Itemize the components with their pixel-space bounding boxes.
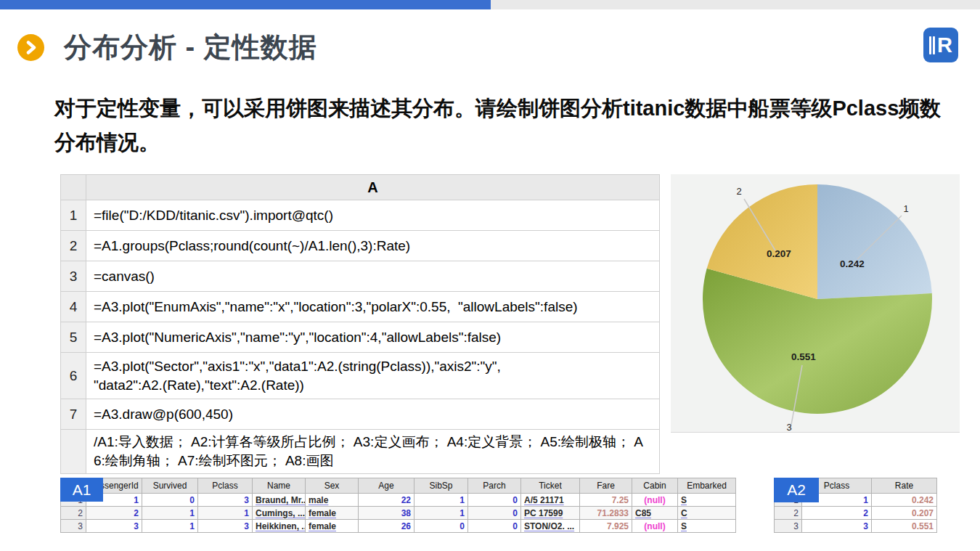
a1-cell: 0: [415, 520, 468, 533]
code-grid-header-row: A: [61, 175, 660, 200]
a1-cell: 22: [359, 494, 415, 507]
pie-chart-panel: 1 2 3 0.242 0.207 0.551: [671, 174, 960, 433]
intro-text: 对于定性变量，可以采用饼图来描述其分布。请绘制饼图分析titanic数据中船票等…: [54, 91, 942, 160]
comment-cell: /A1:导入数据； A2:计算各等级所占比例； A3:定义画布； A4:定义背景…: [86, 430, 660, 474]
row-number: 7: [61, 399, 86, 430]
cell-badge-a1: A1: [60, 478, 103, 502]
row-number: [61, 430, 86, 474]
logo-bar: [933, 36, 935, 54]
code-cell: =A3.plot("NumericAxis","name":"y","locat…: [86, 322, 660, 353]
a1-cell: Cumings, ...: [253, 507, 306, 520]
column-header-a: A: [86, 175, 660, 200]
code-row: 1 =file("D:/KDD/titanic.csv").import@qtc…: [61, 200, 660, 231]
code-row: 6 =A3.plot("Sector","axis1":"x","data1":…: [61, 353, 660, 399]
a1-cell: 38: [359, 507, 415, 520]
code-cell: =canvas(): [86, 261, 660, 292]
a1-cell: 1: [142, 520, 198, 533]
a1-cell: 0: [468, 494, 521, 507]
a1-col-header: Ticket: [521, 478, 580, 494]
a1-col-header: Fare: [580, 478, 632, 494]
table-row: 3 3 0.551: [775, 520, 937, 533]
pie-callout-label: 2: [736, 186, 741, 197]
a1-cell: 1: [142, 507, 198, 520]
code-row: 3 =canvas(): [61, 261, 660, 292]
a2-cell: 0.207: [872, 507, 937, 520]
table-row: 2 2 0.207: [775, 507, 937, 520]
a1-cell: female: [306, 520, 359, 533]
a1-cell: 1: [415, 494, 468, 507]
cell-badge-a2: A2: [774, 478, 819, 502]
topbar-secondary: [491, 0, 980, 9]
row-number: 6: [61, 353, 86, 399]
code-comment-row: /A1:导入数据； A2:计算各等级所占比例； A3:定义画布； A4:定义背景…: [61, 430, 660, 474]
row-number: 4: [61, 292, 86, 322]
a1-cell: female: [306, 507, 359, 520]
spl-code-grid: A 1 =file("D:/KDD/titanic.csv").import@q…: [60, 174, 660, 474]
chevron-right-icon: [25, 41, 36, 54]
a1-header-row: PassengerId Survived Pclass Name Sex Age…: [61, 478, 736, 494]
a1-col-header: Pclass: [198, 478, 253, 494]
a1-col-header: Cabin: [632, 478, 678, 494]
a1-col-header: SibSp: [415, 478, 468, 494]
a1-cell: S: [678, 520, 736, 533]
topbar-accent: [0, 0, 491, 9]
code-cell: =A3.plot("Sector","axis1":"x","data1":A2…: [86, 353, 660, 399]
table-row: 1 1 0 3 Braund, Mr.... male 22 1 0 A/5 2…: [61, 494, 736, 507]
row-number: 3: [61, 261, 86, 292]
a2-cell: 2: [802, 507, 872, 520]
a1-result-table: PassengerId Survived Pclass Name Sex Age…: [60, 478, 736, 533]
a1-cell: 0: [142, 494, 198, 507]
code-cell: =A3.plot("EnumAxis","name":"x","location…: [86, 292, 660, 322]
row-number: 2: [775, 507, 802, 520]
a1-cell: (null): [632, 520, 678, 533]
pie-value-label: 0.207: [767, 248, 791, 259]
a1-cell: 26: [359, 520, 415, 533]
a1-cell: 1: [415, 507, 468, 520]
a1-cell: 2: [86, 507, 142, 520]
a2-cell: 0.242: [872, 494, 937, 507]
code-row: 7 =A3.draw@p(600,450): [61, 399, 660, 430]
row-number: 3: [775, 520, 802, 533]
code-row: 2 =A1.groups(Pclass;round(count(~)/A1.le…: [61, 231, 660, 261]
table-row: 3 3 1 3 Heikkinen, ... female 26 0 0 STO…: [61, 520, 736, 533]
code-cell: =A3.draw@p(600,450): [86, 399, 660, 430]
a1-cell: 0: [468, 520, 521, 533]
a1-cell: Braund, Mr....: [253, 494, 306, 507]
a1-cell: Heikkinen, ...: [253, 520, 306, 533]
arrow-bullet-icon: [17, 34, 44, 61]
a1-cell: 3: [198, 494, 253, 507]
a1-cell: S: [678, 494, 736, 507]
pie-callout-label: 3: [786, 422, 791, 432]
raqsoft-logo: R: [923, 28, 958, 62]
corner-cell: [61, 175, 86, 200]
row-number: 2: [61, 231, 86, 261]
a1-cell: PC 17599: [521, 507, 580, 520]
pie-value-label: 0.242: [840, 258, 865, 269]
a1-cell: 7.25: [580, 494, 632, 507]
a1-cell: 7.925: [580, 520, 632, 533]
a1-col-header: Parch: [468, 478, 521, 494]
a2-col-header: Rate: [872, 478, 937, 494]
code-row: 4 =A3.plot("EnumAxis","name":"x","locati…: [61, 292, 660, 322]
a1-cell: 3: [86, 520, 142, 533]
a1-cell: C: [678, 507, 736, 520]
code-row: 5 =A3.plot("NumericAxis","name":"y","loc…: [61, 322, 660, 353]
row-number: 2: [61, 507, 86, 520]
a1-cell: 3: [198, 520, 253, 533]
pie-value-label: 0.551: [791, 351, 816, 362]
page-title: 分布分析 - 定性数据: [64, 29, 317, 66]
a1-col-header: Age: [359, 478, 415, 494]
a1-cell: STON/O2. ...: [521, 520, 580, 533]
a1-col-header: Survived: [142, 478, 198, 494]
logo-bar: [929, 36, 931, 54]
a1-col-header: Sex: [306, 478, 359, 494]
code-cell: =A1.groups(Pclass;round(count(~)/A1.len(…: [86, 231, 660, 261]
row-number: 5: [61, 322, 86, 353]
code-cell: =file("D:/KDD/titanic.csv").import@qtc(): [86, 200, 660, 231]
logo-letter: R: [937, 35, 952, 56]
a1-cell: 0: [468, 507, 521, 520]
a2-cell: 3: [802, 520, 872, 533]
a1-cell: A/5 21171: [521, 494, 580, 507]
row-number: 3: [61, 520, 86, 533]
a1-cell: 1: [198, 507, 253, 520]
